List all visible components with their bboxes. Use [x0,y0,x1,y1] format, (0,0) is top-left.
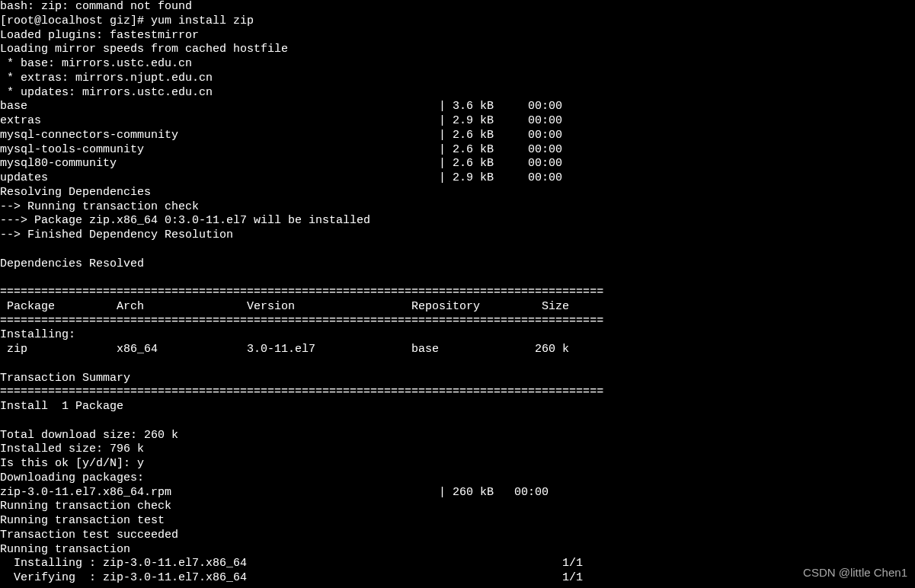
watermark-text: CSDN @little Chen1 [803,566,907,580]
terminal-output[interactable]: bash: zip: command not found [root@local… [0,0,915,586]
